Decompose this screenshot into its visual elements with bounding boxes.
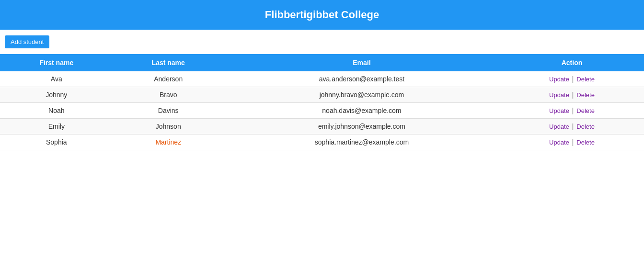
- action-separator: |: [570, 91, 575, 99]
- cell-action: Update | Delete: [500, 119, 644, 134]
- table-row: AvaAndersonava.anderson@example.testUpda…: [0, 71, 644, 87]
- cell-action: Update | Delete: [500, 134, 644, 150]
- cell-first-name: Noah: [0, 103, 113, 119]
- delete-link[interactable]: Delete: [576, 139, 595, 146]
- cell-first-name: Sophia: [0, 134, 113, 150]
- page-title: Flibbertigibbet College: [265, 9, 379, 21]
- cell-email: johnny.bravo@example.com: [224, 87, 500, 103]
- cell-last-name: Johnson: [113, 119, 224, 134]
- delete-link[interactable]: Delete: [576, 107, 595, 114]
- toolbar: Add student: [0, 30, 644, 54]
- table-header-row: First name Last name Email Action: [0, 54, 644, 71]
- table-row: SophiaMartinezsophia.martinez@example.co…: [0, 134, 644, 150]
- action-separator: |: [570, 138, 575, 146]
- update-link[interactable]: Update: [549, 123, 569, 130]
- cell-first-name: Emily: [0, 119, 113, 134]
- cell-last-name: Bravo: [113, 87, 224, 103]
- cell-email: emily.johnson@example.com: [224, 119, 500, 134]
- delete-link[interactable]: Delete: [576, 91, 595, 99]
- table-row: EmilyJohnsonemily.johnson@example.comUpd…: [0, 119, 644, 134]
- cell-last-name: Anderson: [113, 71, 224, 87]
- add-student-button[interactable]: Add student: [5, 35, 49, 48]
- action-separator: |: [570, 107, 575, 114]
- table-row: NoahDavinsnoah.davis@example.comUpdate |…: [0, 103, 644, 119]
- col-email: Email: [224, 54, 500, 71]
- col-last-name: Last name: [113, 54, 224, 71]
- cell-email: sophia.martinez@example.com: [224, 134, 500, 150]
- cell-email: noah.davis@example.com: [224, 103, 500, 119]
- cell-first-name: Ava: [0, 71, 113, 87]
- cell-action: Update | Delete: [500, 71, 644, 87]
- col-action: Action: [500, 54, 644, 71]
- page-header: Flibbertigibbet College: [0, 0, 644, 30]
- col-first-name: First name: [0, 54, 113, 71]
- cell-first-name: Johnny: [0, 87, 113, 103]
- cell-action: Update | Delete: [500, 87, 644, 103]
- update-link[interactable]: Update: [549, 107, 569, 114]
- update-link[interactable]: Update: [549, 139, 569, 146]
- cell-action: Update | Delete: [500, 103, 644, 119]
- action-separator: |: [570, 75, 575, 83]
- cell-last-name: Martinez: [113, 134, 224, 150]
- students-table: First name Last name Email Action AvaAnd…: [0, 54, 644, 150]
- delete-link[interactable]: Delete: [576, 123, 595, 130]
- cell-email: ava.anderson@example.test: [224, 71, 500, 87]
- delete-link[interactable]: Delete: [576, 76, 595, 83]
- action-separator: |: [570, 123, 575, 130]
- table-row: JohnnyBravojohnny.bravo@example.comUpdat…: [0, 87, 644, 103]
- update-link[interactable]: Update: [549, 91, 569, 99]
- update-link[interactable]: Update: [549, 76, 569, 83]
- cell-last-name: Davins: [113, 103, 224, 119]
